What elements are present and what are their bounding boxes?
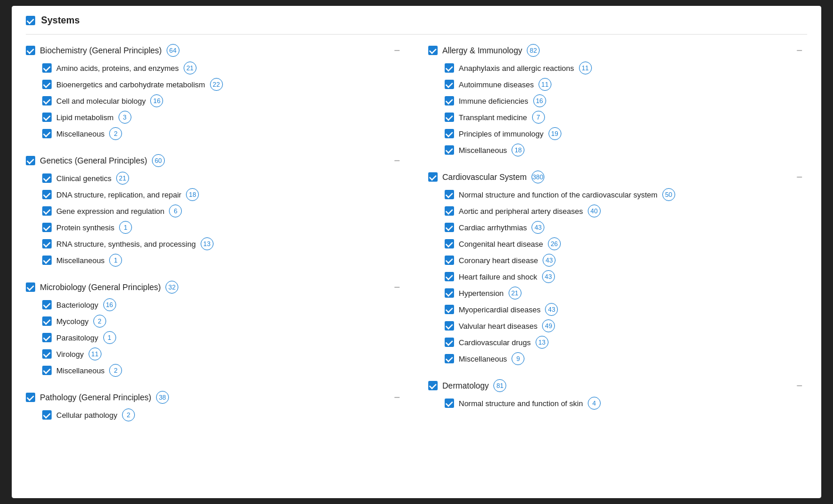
- item-checkbox[interactable]: [445, 256, 454, 265]
- item-badge: 6: [169, 205, 182, 217]
- item-badge: 21: [509, 287, 522, 299]
- item-checkbox[interactable]: [445, 288, 454, 298]
- collapse-button[interactable]: −: [394, 155, 400, 166]
- item-checkbox[interactable]: [445, 80, 454, 89]
- section-genetics: −Genetics (General Principles)60Clinical…: [26, 154, 405, 267]
- item-badge: 26: [548, 237, 561, 250]
- item-checkbox[interactable]: [445, 321, 454, 331]
- collapse-button[interactable]: −: [394, 45, 400, 56]
- item-badge: 43: [531, 221, 544, 234]
- list-item: Transplant medicine7: [445, 111, 807, 124]
- item-checkbox[interactable]: [445, 129, 454, 138]
- item-checkbox[interactable]: [445, 190, 454, 199]
- item-badge: 16: [533, 94, 546, 107]
- allergy-checkbox[interactable]: [428, 46, 438, 55]
- list-item: Lipid metabolism3: [42, 111, 405, 124]
- item-checkbox[interactable]: [42, 173, 52, 183]
- microbiology-checkbox[interactable]: [26, 282, 35, 292]
- item-checkbox[interactable]: [445, 223, 454, 232]
- item-label: DNA structure, replication, and repair: [56, 190, 181, 199]
- item-checkbox[interactable]: [445, 145, 454, 155]
- item-checkbox[interactable]: [42, 206, 52, 216]
- collapse-button[interactable]: −: [394, 392, 400, 403]
- main-panel: Systems −Biochemistry (General Principle…: [12, 6, 821, 498]
- list-item: Normal structure and function of skin4: [445, 397, 807, 410]
- item-badge: 7: [532, 111, 545, 124]
- section-title: Biochemistry (General Principles): [40, 46, 162, 55]
- item-checkbox[interactable]: [42, 410, 52, 420]
- collapse-button[interactable]: −: [796, 380, 802, 391]
- genetics-checkbox[interactable]: [26, 156, 35, 165]
- pathology-checkbox[interactable]: [26, 393, 35, 402]
- item-badge: 16: [150, 94, 163, 107]
- item-checkbox[interactable]: [42, 256, 52, 265]
- collapse-button[interactable]: −: [394, 282, 400, 292]
- list-item: Amino acids, proteins, and enzymes21: [42, 62, 405, 74]
- item-checkbox[interactable]: [42, 239, 52, 248]
- section-header: Allergy & Immunology82: [428, 44, 807, 57]
- section-header: Biochemistry (General Principles)64: [26, 44, 405, 57]
- item-checkbox[interactable]: [42, 223, 52, 232]
- item-label: Virology: [56, 350, 84, 359]
- section-title: Pathology (General Principles): [40, 393, 151, 402]
- item-checkbox[interactable]: [42, 63, 52, 73]
- item-checkbox[interactable]: [42, 300, 52, 309]
- item-checkbox[interactable]: [445, 305, 454, 314]
- item-checkbox[interactable]: [445, 338, 454, 347]
- item-label: Cell and molecular biology: [56, 97, 145, 105]
- item-label: RNA structure, synthesis, and processing: [56, 240, 196, 248]
- item-badge: 21: [116, 172, 129, 185]
- item-label: Lipid metabolism: [56, 113, 114, 122]
- right-column: −Allergy & Immunology82Anaphylaxis and a…: [428, 44, 807, 435]
- collapse-button[interactable]: −: [796, 172, 802, 182]
- item-checkbox[interactable]: [42, 333, 52, 342]
- item-checkbox[interactable]: [42, 80, 52, 89]
- collapse-button[interactable]: −: [796, 45, 802, 56]
- item-checkbox[interactable]: [445, 96, 454, 105]
- content-columns: −Biochemistry (General Principles)64Amin…: [26, 44, 807, 435]
- item-checkbox[interactable]: [42, 349, 52, 359]
- section-header: Dermatology81: [428, 379, 807, 392]
- cardiovascular-checkbox[interactable]: [428, 172, 438, 182]
- item-checkbox[interactable]: [445, 272, 454, 281]
- item-badge: 18: [512, 144, 524, 156]
- item-badge: 43: [543, 254, 556, 267]
- item-label: Gene expression and regulation: [56, 207, 164, 216]
- item-label: Valvular heart diseases: [459, 322, 537, 331]
- item-label: Transplant medicine: [459, 113, 527, 122]
- systems-checkbox[interactable]: [26, 16, 35, 25]
- item-checkbox[interactable]: [445, 63, 454, 73]
- section-header: Cardiovascular System380: [428, 171, 807, 183]
- section-badge: 380: [531, 171, 544, 183]
- section-pathology: −Pathology (General Principles)38Cellula…: [26, 391, 405, 421]
- biochemistry-checkbox[interactable]: [26, 46, 35, 55]
- item-label: Cardiovascular drugs: [459, 338, 531, 347]
- list-item: Valvular heart diseases49: [445, 319, 807, 332]
- item-badge: 9: [512, 352, 524, 365]
- dermatology-checkbox[interactable]: [428, 381, 438, 390]
- item-label: Congenital heart disease: [459, 240, 543, 248]
- item-checkbox[interactable]: [42, 96, 52, 105]
- item-checkbox[interactable]: [445, 206, 454, 216]
- item-checkbox[interactable]: [445, 354, 454, 363]
- item-checkbox[interactable]: [445, 113, 454, 122]
- item-label: Parasitology: [56, 333, 99, 342]
- item-checkbox[interactable]: [445, 239, 454, 248]
- item-label: Amino acids, proteins, and enzymes: [56, 64, 179, 73]
- item-checkbox[interactable]: [42, 366, 52, 375]
- item-checkbox[interactable]: [445, 399, 454, 408]
- item-label: Bioenergetics and carbohydrate metabolis…: [56, 80, 205, 89]
- list-item: Cellular pathology2: [42, 408, 405, 421]
- item-label: Normal structure and function of the car…: [459, 190, 658, 199]
- item-checkbox[interactable]: [42, 113, 52, 122]
- item-checkbox[interactable]: [42, 129, 52, 138]
- item-checkbox[interactable]: [42, 190, 52, 199]
- item-badge: 43: [545, 303, 558, 316]
- item-checkbox[interactable]: [42, 316, 52, 326]
- item-badge: 2: [122, 408, 135, 421]
- list-item: Bacteriology16: [42, 298, 405, 311]
- item-label: Miscellaneous: [56, 130, 104, 138]
- item-label: Miscellaneous: [56, 256, 104, 265]
- list-item: Autoimmune diseases11: [445, 78, 807, 91]
- list-item: Cardiac arrhythmias43: [445, 221, 807, 234]
